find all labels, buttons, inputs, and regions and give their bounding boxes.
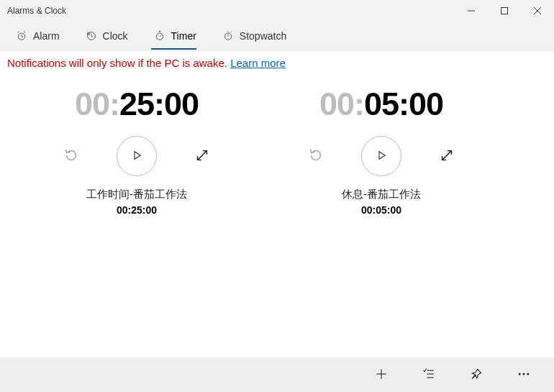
- svg-line-20: [230, 32, 231, 32]
- svg-line-8: [24, 32, 25, 32]
- timer-display: 00:25:00: [75, 88, 199, 120]
- tab-timer[interactable]: Timer: [144, 24, 209, 50]
- timer-duration: 00:25:00: [117, 204, 157, 216]
- expand-button[interactable]: [193, 147, 212, 165]
- timer-display: 00:05:00: [319, 88, 443, 120]
- svg-line-6: [22, 37, 23, 37]
- expand-button[interactable]: [437, 147, 456, 165]
- reset-button[interactable]: [62, 147, 81, 165]
- timers-area: 00:25:00 工作时间-: [0, 75, 554, 216]
- play-icon: [375, 149, 388, 164]
- expand-icon: [439, 147, 455, 165]
- svg-line-16: [160, 35, 161, 37]
- timer-name: 工作时间-番茄工作法: [86, 188, 187, 201]
- notice-text: Notifications will only show if the PC i…: [7, 57, 230, 69]
- clock-icon: [86, 30, 97, 42]
- titlebar: Alarms & Clock: [0, 0, 554, 22]
- content-area: Notifications will only show if the PC i…: [0, 50, 554, 357]
- timer-card[interactable]: 00:05:00 休息-番茄: [273, 88, 489, 216]
- svg-line-24: [442, 150, 452, 160]
- maximize-button[interactable]: [488, 0, 521, 22]
- learn-more-link[interactable]: Learn more: [230, 57, 286, 69]
- svg-marker-23: [379, 151, 385, 159]
- tab-alarm[interactable]: Alarm: [6, 24, 73, 50]
- tab-alarm-label: Alarm: [33, 30, 60, 42]
- close-button[interactable]: [521, 0, 554, 22]
- minimize-button[interactable]: [455, 0, 488, 22]
- timer-card[interactable]: 00:25:00 工作时间-: [29, 88, 245, 216]
- stopwatch-icon: [222, 30, 234, 42]
- svg-point-30: [519, 373, 520, 375]
- svg-line-7: [18, 32, 19, 32]
- svg-point-32: [527, 373, 529, 375]
- expand-icon: [194, 147, 210, 165]
- timer-controls: [29, 136, 245, 176]
- timer-controls: [273, 136, 489, 176]
- tabs: Alarm Clock Timer Stopwatch: [0, 22, 554, 50]
- svg-marker-21: [135, 151, 140, 159]
- svg-line-12: [91, 36, 93, 37]
- svg-point-31: [523, 373, 525, 375]
- tab-clock[interactable]: Clock: [76, 24, 141, 50]
- pin-icon: [469, 367, 483, 383]
- tab-stopwatch[interactable]: Stopwatch: [212, 24, 299, 50]
- more-button[interactable]: [508, 360, 540, 389]
- bottom-bar: [0, 357, 554, 392]
- tab-clock-label: Clock: [103, 30, 128, 42]
- more-icon: [517, 367, 531, 383]
- reset-button[interactable]: [306, 147, 325, 165]
- timer-duration: 00:05:00: [361, 204, 401, 216]
- edit-list-icon: [422, 367, 436, 383]
- timer-name: 休息-番茄工作法: [342, 188, 421, 201]
- tab-stopwatch-label: Stopwatch: [240, 30, 286, 42]
- edit-button[interactable]: [413, 360, 445, 389]
- timer-icon: [154, 30, 165, 42]
- plus-icon: [374, 367, 389, 383]
- window-title: Alarms & Clock: [0, 6, 455, 16]
- notification-notice: Notifications will only show if the PC i…: [0, 51, 554, 75]
- reset-icon: [63, 147, 79, 165]
- add-button[interactable]: [365, 360, 397, 389]
- tab-timer-label: Timer: [171, 30, 196, 42]
- pin-button[interactable]: [460, 360, 492, 389]
- reset-icon: [308, 147, 324, 165]
- svg-line-22: [198, 150, 207, 160]
- svg-rect-1: [501, 8, 508, 14]
- play-icon: [130, 149, 143, 164]
- alarm-icon: [16, 30, 27, 42]
- play-button[interactable]: [361, 136, 401, 176]
- play-button[interactable]: [117, 136, 157, 176]
